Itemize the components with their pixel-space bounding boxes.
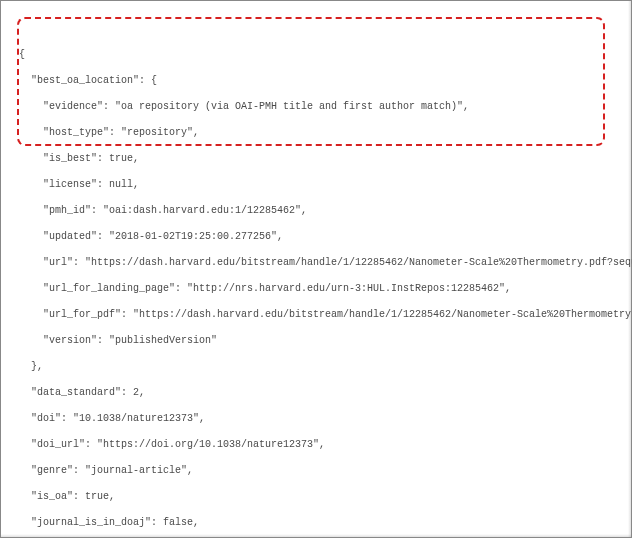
code-line: "pmh_id": "oai:dash.harvard.edu:1/122854…	[19, 204, 619, 217]
code-line: "is_best": true,	[19, 152, 619, 165]
code-line: "url": "https://dash.harvard.edu/bitstre…	[19, 256, 619, 269]
code-line: "is_oa": true,	[19, 490, 619, 503]
code-line: "data_standard": 2,	[19, 386, 619, 399]
code-line: {	[19, 48, 619, 61]
right-edge-shadow	[628, 1, 631, 537]
code-line: "evidence": "oa repository (via OAI-PMH …	[19, 100, 619, 113]
code-line: "journal_is_in_doaj": false,	[19, 516, 619, 529]
code-line: "host_type": "repository",	[19, 126, 619, 139]
code-line: "license": null,	[19, 178, 619, 191]
json-document: { "best_oa_location": { "evidence": "oa …	[0, 0, 632, 538]
code-line: "version": "publishedVersion"	[19, 334, 619, 347]
code-block: { "best_oa_location": { "evidence": "oa …	[19, 48, 619, 538]
code-line: "doi": "10.1038/nature12373",	[19, 412, 619, 425]
code-line: "updated": "2018-01-02T19:25:00.277256",	[19, 230, 619, 243]
code-line: "url_for_pdf": "https://dash.harvard.edu…	[19, 308, 619, 321]
code-line: "doi_url": "https://doi.org/10.1038/natu…	[19, 438, 619, 451]
code-line: "url_for_landing_page": "http://nrs.harv…	[19, 282, 619, 295]
code-line: },	[19, 360, 619, 373]
code-line: "best_oa_location": {	[19, 74, 619, 87]
code-line: "genre": "journal-article",	[19, 464, 619, 477]
